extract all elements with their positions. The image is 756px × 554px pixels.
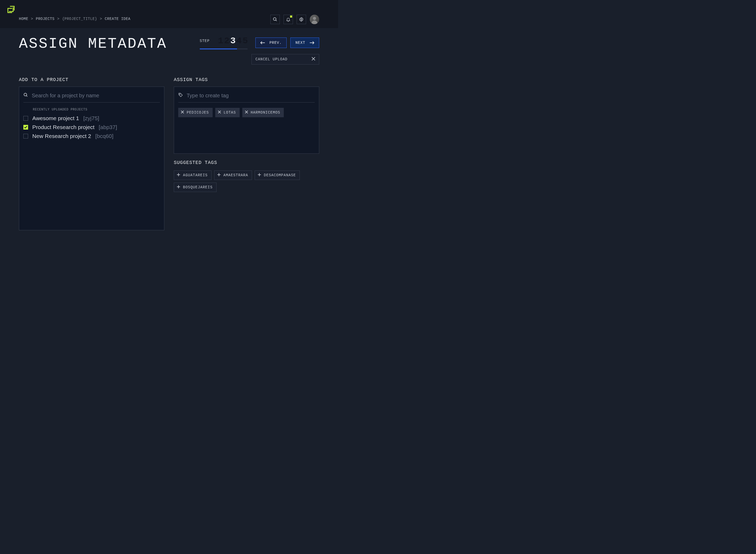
- project-search-row: [23, 91, 160, 103]
- step-5: 5: [243, 36, 248, 46]
- project-item[interactable]: Awesome project 1 [zyj75]: [23, 115, 160, 121]
- breadcrumb-home[interactable]: HOME: [19, 17, 28, 21]
- cancel-upload-button[interactable]: CANCEL UPLOAD: [251, 54, 319, 64]
- suggested-section: SUGGESTED TAGS AGUATAREIS AMAESTRARA DES…: [174, 160, 319, 192]
- remove-icon: [245, 110, 248, 115]
- arrow-left-icon: [260, 41, 265, 45]
- step-2: 2: [224, 36, 229, 46]
- project-name: New Research project 2: [32, 133, 91, 139]
- tag-input-row: [178, 91, 315, 103]
- tags-panel: ASSIGN TAGS PEDICOJES: [174, 77, 319, 230]
- assigned-tag-list: PEDICOJES LOTAS HARMONICEMOS: [178, 108, 315, 117]
- remove-icon: [218, 110, 221, 115]
- main-content: ASSIGN METADATA STEP 1 2 3 4 5: [0, 28, 338, 238]
- projects-box: RECENTLY UPLOADED PROJECTS Awesome proje…: [19, 87, 164, 230]
- top-actions: [270, 15, 319, 24]
- plus-icon: [257, 173, 261, 178]
- projects-title: ADD TO A PROJECT: [19, 77, 164, 82]
- suggested-tag-chip[interactable]: DESACOMPANASE: [255, 170, 300, 180]
- svg-point-5: [24, 93, 27, 96]
- svg-line-1: [275, 20, 277, 21]
- svg-point-3: [313, 17, 316, 20]
- project-search-input[interactable]: [32, 93, 160, 99]
- header-row: ASSIGN METADATA STEP 1 2 3 4 5: [19, 36, 319, 64]
- suggested-tag-list: AGUATAREIS AMAESTRARA DESACOMPANASE BOSQ…: [174, 170, 319, 192]
- step-numbers: 1 2 3 4 5: [218, 36, 248, 46]
- project-list: Awesome project 1 [zyj75] Product Resear…: [23, 115, 160, 139]
- arrow-right-icon: [309, 41, 314, 45]
- notifications-button[interactable]: [284, 15, 293, 24]
- step-1: 1: [218, 36, 223, 46]
- project-checkbox[interactable]: [23, 125, 28, 129]
- project-code: [bcq60]: [95, 133, 113, 139]
- gear-icon: [299, 17, 304, 22]
- tag-chip[interactable]: HARMONICEMOS: [242, 108, 284, 117]
- step-row: STEP 1 2 3 4 5 PREV.: [200, 36, 319, 49]
- project-checkbox[interactable]: [23, 134, 28, 138]
- suggested-tag-chip[interactable]: BOSQUEJAREIS: [174, 182, 216, 192]
- bell-icon: [286, 17, 291, 22]
- nav-buttons: PREV. NEXT: [255, 38, 319, 48]
- tags-box: PEDICOJES LOTAS HARMONICEMOS: [174, 87, 319, 154]
- tag-icon: [178, 93, 183, 99]
- step-label: STEP: [200, 39, 210, 43]
- tag-chip[interactable]: PEDICOJES: [178, 108, 213, 117]
- project-name: Awesome project 1: [32, 115, 79, 121]
- breadcrumb-create-idea: CREATE IDEA: [105, 17, 131, 21]
- suggested-title: SUGGESTED TAGS: [174, 160, 319, 165]
- search-button[interactable]: [270, 15, 280, 24]
- svg-point-2: [301, 19, 302, 20]
- next-button[interactable]: NEXT: [290, 38, 319, 48]
- close-icon: [312, 57, 315, 62]
- project-code: [zyj75]: [83, 115, 99, 121]
- breadcrumb: HOME > PROJECTS > {PROJECT_TITLE} > CREA…: [19, 17, 131, 21]
- suggested-tag-chip[interactable]: AMAESTRARA: [214, 170, 252, 180]
- projects-panel: ADD TO A PROJECT RECENTLY UPLOADED PROJE…: [19, 77, 164, 230]
- breadcrumb-project-title[interactable]: {PROJECT_TITLE}: [62, 17, 97, 21]
- settings-button[interactable]: [297, 15, 306, 24]
- svg-point-4: [312, 20, 317, 24]
- svg-point-7: [180, 94, 180, 95]
- remove-icon: [181, 110, 184, 115]
- tags-title: ASSIGN TAGS: [174, 77, 319, 82]
- tag-chip[interactable]: LOTAS: [215, 108, 240, 117]
- breadcrumb-projects[interactable]: PROJECTS: [36, 17, 55, 21]
- plus-icon: [217, 173, 221, 178]
- recently-uploaded-label: RECENTLY UPLOADED PROJECTS: [33, 108, 160, 111]
- step-3: 3: [230, 36, 235, 46]
- project-code: [abp37]: [99, 124, 117, 130]
- project-item[interactable]: New Research project 2 [bcq60]: [23, 133, 160, 139]
- content-row: ADD TO A PROJECT RECENTLY UPLOADED PROJE…: [19, 77, 319, 230]
- search-icon: [273, 17, 278, 22]
- project-name: Product Research project: [32, 124, 95, 130]
- svg-point-0: [273, 17, 276, 20]
- step-4: 4: [237, 36, 242, 46]
- page-title: ASSIGN METADATA: [19, 36, 167, 52]
- avatar[interactable]: [310, 15, 319, 24]
- tag-input[interactable]: [187, 93, 315, 99]
- logo[interactable]: [6, 5, 16, 15]
- plus-icon: [177, 185, 180, 190]
- search-icon: [23, 93, 28, 99]
- top-bar: HOME > PROJECTS > {PROJECT_TITLE} > CREA…: [0, 0, 338, 28]
- project-checkbox[interactable]: [23, 116, 28, 121]
- project-item[interactable]: Product Research project [abp37]: [23, 124, 160, 130]
- prev-button[interactable]: PREV.: [255, 38, 287, 48]
- suggested-tag-chip[interactable]: AGUATAREIS: [174, 170, 212, 180]
- plus-icon: [177, 173, 180, 178]
- notification-indicator: [290, 15, 292, 17]
- step-area: STEP 1 2 3 4 5 PREV.: [200, 36, 319, 64]
- svg-line-6: [26, 96, 27, 97]
- step-progress: STEP 1 2 3 4 5: [200, 36, 248, 49]
